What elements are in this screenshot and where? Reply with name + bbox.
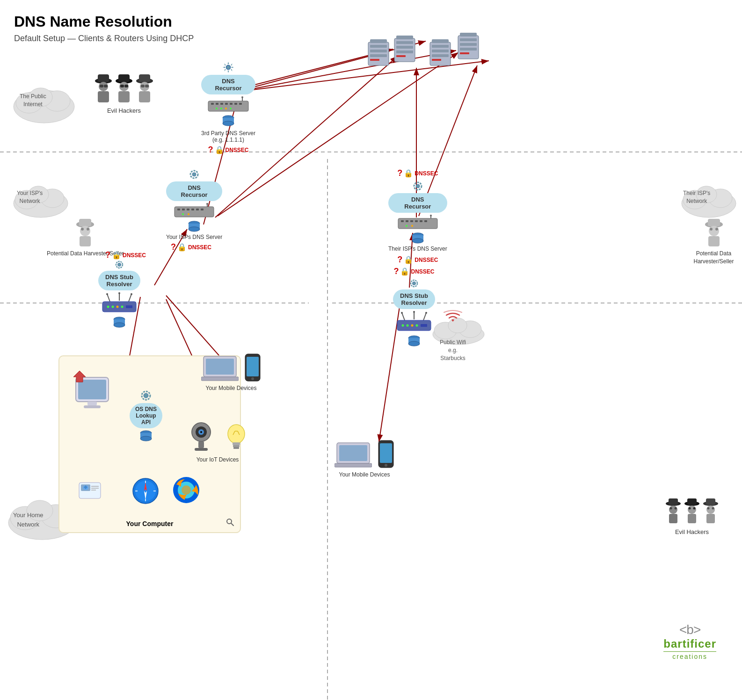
svg-rect-57 bbox=[98, 91, 109, 102]
svg-rect-28 bbox=[370, 59, 379, 61]
svg-rect-224 bbox=[233, 447, 239, 449]
svg-point-82 bbox=[225, 108, 227, 109]
svg-point-221 bbox=[228, 425, 245, 443]
svg-point-129 bbox=[411, 225, 413, 227]
svg-rect-251 bbox=[706, 498, 715, 505]
svg-point-101 bbox=[81, 228, 84, 231]
svg-rect-111 bbox=[201, 209, 204, 210]
svg-point-128 bbox=[406, 225, 407, 227]
svg-point-168 bbox=[413, 311, 415, 313]
svg-rect-44 bbox=[460, 43, 477, 46]
svg-point-140 bbox=[715, 228, 718, 231]
svg-rect-127 bbox=[424, 220, 427, 222]
svg-point-150 bbox=[106, 293, 108, 295]
svg-rect-47 bbox=[460, 33, 477, 36]
dnssec-left-stub: ? 🔒 DNSSEC bbox=[105, 250, 146, 260]
svg-rect-40 bbox=[432, 59, 441, 61]
svg-rect-232 bbox=[380, 443, 392, 463]
svg-point-188 bbox=[140, 436, 152, 441]
svg-point-88 bbox=[223, 121, 234, 126]
auth-dns-servers bbox=[367, 32, 480, 66]
svg-rect-211 bbox=[201, 377, 239, 381]
svg-rect-136 bbox=[708, 219, 720, 226]
svg-point-206 bbox=[182, 485, 191, 495]
svg-point-235 bbox=[434, 322, 457, 339]
svg-line-149 bbox=[129, 294, 131, 302]
svg-rect-59 bbox=[118, 74, 130, 82]
svg-rect-34 bbox=[396, 55, 406, 57]
svg-rect-245 bbox=[687, 498, 697, 505]
svg-rect-74 bbox=[216, 103, 218, 105]
svg-rect-100 bbox=[80, 236, 91, 246]
svg-point-246 bbox=[688, 505, 696, 514]
svg-rect-122 bbox=[401, 220, 404, 222]
your-iot-devices: Your IoT Devices bbox=[187, 421, 248, 463]
svg-rect-27 bbox=[370, 54, 387, 57]
svg-rect-126 bbox=[420, 220, 422, 222]
svg-rect-110 bbox=[196, 209, 199, 210]
svg-point-249 bbox=[693, 507, 696, 510]
svg-rect-72 bbox=[208, 101, 248, 111]
public-wifi-cloud: Public Wifie.g.Starbucks bbox=[440, 309, 466, 362]
svg-rect-29 bbox=[370, 39, 387, 43]
svg-point-83 bbox=[230, 108, 232, 109]
svg-point-248 bbox=[689, 507, 691, 510]
third-party-dns-server: DNSRecursor bbox=[201, 61, 255, 155]
svg-rect-79 bbox=[239, 103, 242, 105]
dns-stub-resolver-right: ? 🔒 DNSSEC DNS StubResolver bbox=[393, 267, 435, 346]
svg-rect-73 bbox=[211, 103, 214, 105]
svg-point-131 bbox=[430, 215, 432, 216]
svg-rect-45 bbox=[460, 48, 477, 51]
svg-rect-31 bbox=[396, 41, 413, 44]
svg-point-113 bbox=[188, 213, 189, 215]
svg-point-85 bbox=[241, 96, 243, 98]
svg-rect-43 bbox=[460, 38, 477, 41]
svg-rect-76 bbox=[225, 103, 228, 105]
svg-point-171 bbox=[402, 325, 404, 327]
svg-rect-241 bbox=[669, 514, 677, 523]
svg-rect-75 bbox=[220, 103, 223, 105]
svg-point-152 bbox=[131, 293, 132, 295]
svg-point-184 bbox=[144, 393, 148, 398]
svg-marker-183 bbox=[73, 371, 86, 382]
svg-rect-220 bbox=[195, 448, 208, 451]
svg-rect-239 bbox=[669, 498, 678, 505]
svg-point-103 bbox=[192, 173, 196, 176]
your-computer-label: Your Computer bbox=[126, 520, 174, 527]
svg-point-162 bbox=[413, 282, 416, 285]
svg-rect-68 bbox=[145, 85, 149, 87]
evil-hackers-right: Evil Hackers bbox=[664, 496, 720, 535]
svg-point-119 bbox=[416, 184, 420, 188]
your-mobile-devices-right: Your Mobile Devices bbox=[335, 440, 394, 478]
svg-rect-109 bbox=[191, 209, 194, 210]
svg-rect-222 bbox=[233, 442, 240, 445]
svg-rect-32 bbox=[396, 46, 413, 49]
svg-rect-37 bbox=[432, 45, 449, 48]
svg-rect-33 bbox=[396, 51, 413, 53]
main-title: DNS Name Resolution bbox=[14, 13, 172, 30]
svg-rect-230 bbox=[335, 463, 372, 467]
svg-rect-223 bbox=[233, 445, 240, 447]
svg-rect-67 bbox=[141, 85, 145, 87]
svg-line-208 bbox=[231, 523, 233, 526]
svg-rect-46 bbox=[460, 52, 469, 54]
svg-rect-69 bbox=[139, 91, 150, 102]
svg-point-156 bbox=[116, 306, 119, 308]
svg-point-173 bbox=[411, 325, 414, 327]
svg-point-172 bbox=[407, 325, 409, 327]
svg-rect-158 bbox=[126, 305, 132, 308]
svg-point-174 bbox=[416, 325, 418, 327]
svg-point-214 bbox=[251, 377, 254, 380]
svg-point-115 bbox=[206, 203, 208, 205]
potential-data-harvester-right: Potential Data Harvester/Seller bbox=[685, 215, 742, 266]
svg-rect-63 bbox=[118, 91, 130, 102]
svg-rect-77 bbox=[230, 103, 233, 105]
your-isps-dns-server: DNSRecursor Your ISPs DNS Server ? 🔒 DNS… bbox=[166, 168, 222, 252]
svg-point-167 bbox=[401, 312, 403, 314]
svg-line-164 bbox=[402, 313, 405, 320]
svg-point-255 bbox=[712, 507, 714, 510]
svg-line-166 bbox=[423, 313, 426, 320]
bartificer-logo: <b> bartificer creations bbox=[663, 622, 716, 660]
svg-rect-125 bbox=[415, 220, 418, 222]
svg-rect-210 bbox=[206, 359, 234, 375]
